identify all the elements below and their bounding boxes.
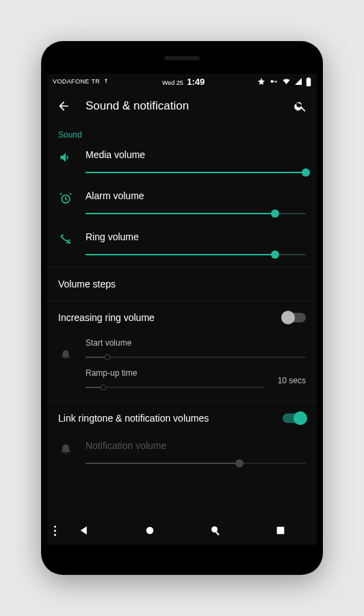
start-volume-row[interactable]: Start volume [47, 335, 317, 365]
svg-rect-10 [216, 532, 220, 536]
carrier-label: VODAFONE TR [53, 78, 100, 85]
status-date: Wed 25 [162, 79, 183, 86]
increasing-ring-subgroup: Start volume Ramp-up time [47, 333, 317, 400]
volume-steps-label: Volume steps [58, 279, 116, 290]
media-volume-row[interactable]: Media volume [47, 142, 317, 183]
svg-rect-3 [273, 81, 277, 82]
ramp-up-slider[interactable] [86, 382, 264, 393]
ring-volume-slider[interactable] [86, 249, 306, 260]
increasing-ring-toggle[interactable] [283, 313, 306, 322]
media-volume-label: Media volume [86, 149, 306, 160]
nav-home-icon[interactable] [144, 524, 156, 537]
volume-up-icon [58, 149, 73, 164]
divider [47, 401, 317, 402]
svg-rect-6 [308, 77, 310, 78]
wifi-icon [282, 77, 291, 86]
alarm-volume-row[interactable]: Alarm volume [47, 183, 317, 224]
nav-search-icon[interactable] [209, 524, 222, 537]
nav-back-icon[interactable] [78, 524, 90, 537]
page-title: Sound & notification [86, 99, 278, 113]
svg-point-2 [271, 80, 274, 83]
ring-volume-label: Ring volume [86, 231, 306, 242]
link-volumes-item[interactable]: Link ringtone & notification volumes [47, 403, 317, 433]
ring-icon [58, 231, 73, 246]
phone-speaker [164, 56, 200, 60]
ramp-up-row[interactable]: Ramp-up time 10 secs [47, 365, 317, 396]
app-toolbar: Sound & notification [47, 89, 317, 123]
start-volume-slider[interactable] [86, 352, 306, 363]
svg-rect-11 [277, 527, 285, 535]
tether-icon [103, 78, 109, 85]
alarm-volume-label: Alarm volume [86, 190, 306, 201]
increasing-ring-label: Increasing ring volume [58, 312, 155, 323]
screen: VODAFONE TR Wed 25 1:49 Sound [47, 74, 317, 545]
ring-volume-row[interactable]: Ring volume [47, 224, 317, 266]
divider [47, 267, 317, 268]
ramp-up-label: Ramp-up time [86, 368, 264, 378]
svg-rect-5 [307, 78, 311, 86]
link-volumes-toggle[interactable] [283, 413, 306, 423]
signal-icon [294, 77, 302, 86]
svg-rect-1 [106, 80, 107, 83]
link-volumes-label: Link ringtone & notification volumes [58, 413, 209, 424]
divider [47, 300, 317, 301]
notification-volume-row: Notification volume [47, 433, 317, 474]
notification-volume-label: Notification volume [86, 440, 306, 451]
star-icon [257, 77, 265, 86]
back-icon[interactable] [57, 99, 70, 113]
status-bar: VODAFONE TR Wed 25 1:49 [47, 74, 317, 89]
start-volume-label: Start volume [86, 338, 306, 348]
navigation-bar [47, 516, 317, 545]
volume-steps-item[interactable]: Volume steps [47, 269, 317, 299]
search-icon[interactable] [294, 99, 307, 113]
alarm-volume-slider[interactable] [86, 208, 306, 219]
increasing-ring-item[interactable]: Increasing ring volume [47, 303, 317, 333]
battery-icon [306, 77, 311, 86]
phone-frame: VODAFONE TR Wed 25 1:49 Sound [41, 41, 323, 575]
ramp-up-value: 10 secs [272, 376, 306, 385]
media-volume-slider[interactable] [86, 167, 306, 178]
status-time: 1:49 [187, 77, 205, 87]
nav-recent-icon[interactable] [275, 525, 286, 536]
alarm-icon [58, 190, 73, 205]
notification-icon [58, 440, 73, 455]
section-sound: Sound [47, 126, 317, 142]
settings-content: Sound Media volume [47, 123, 317, 474]
notification-volume-slider [86, 458, 306, 469]
svg-rect-4 [276, 81, 276, 84]
svg-point-8 [146, 527, 154, 535]
bell-icon [60, 348, 72, 363]
nav-menu-icon[interactable] [54, 526, 56, 536]
vpn-key-icon [269, 77, 278, 86]
